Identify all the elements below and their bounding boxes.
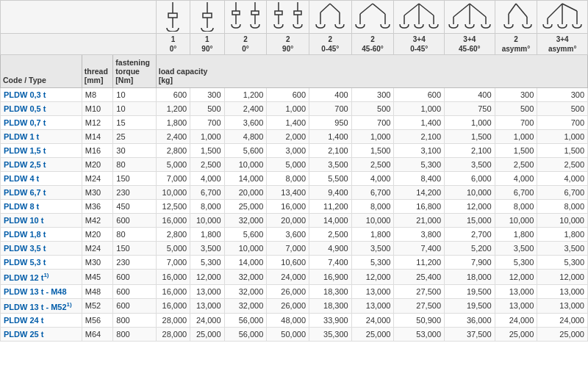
cell-value: 18,000 xyxy=(445,270,495,285)
cell-value: 19,500 xyxy=(445,284,495,298)
cell-value: 950 xyxy=(309,116,352,130)
cell-value: 14,000 xyxy=(224,172,267,186)
cell-value: 300 xyxy=(495,88,537,102)
table-row: PLDW 12 t1)M4560016,00012,00032,00024,00… xyxy=(1,270,588,285)
angle-8: 3+4 45-60° xyxy=(445,34,495,55)
cell-value: 53,000 xyxy=(394,328,445,342)
cell-thread: M42 xyxy=(82,214,113,228)
cell-thread: M45 xyxy=(82,270,113,285)
cell-thread: M20 xyxy=(82,228,113,242)
cell-value: 3,500 xyxy=(190,242,224,256)
cell-value: 1,500 xyxy=(445,130,495,144)
cell-thread: M30 xyxy=(82,256,113,270)
cell-value: 500 xyxy=(495,102,537,116)
cell-value: 3,500 xyxy=(445,158,495,172)
icon-cell-8 xyxy=(445,1,495,34)
cell-value: 19,500 xyxy=(445,298,495,314)
cell-value: 2,800 xyxy=(156,228,190,242)
svg-rect-13 xyxy=(275,11,282,15)
cell-value: 16,800 xyxy=(394,200,445,214)
icon-cell-4 xyxy=(267,1,309,34)
cell-value: 500 xyxy=(537,102,588,116)
cell-value: 2,700 xyxy=(445,228,495,242)
cell-value: 700 xyxy=(351,116,394,130)
cell-value: 2,500 xyxy=(351,158,394,172)
cell-value: 9,400 xyxy=(309,186,352,200)
cell-value: 16,000 xyxy=(156,298,190,314)
cell-thread: M24 xyxy=(82,172,113,186)
cell-code: PLDW 2,5 t xyxy=(1,158,82,172)
cell-value: 10,600 xyxy=(267,256,309,270)
svg-line-38 xyxy=(509,4,516,14)
cell-value: 50,900 xyxy=(394,314,445,328)
cell-value: 5,600 xyxy=(224,144,267,158)
cell-value: 1,500 xyxy=(351,144,394,158)
cell-value: 2,000 xyxy=(267,130,309,144)
cell-value: 700 xyxy=(495,116,537,130)
cell-value: 2,400 xyxy=(156,130,190,144)
cell-value: 8,000 xyxy=(537,200,588,214)
table-row: PLDW 1,8 tM20802,8001,8005,6003,6002,500… xyxy=(1,228,588,242)
cell-value: 2,400 xyxy=(224,102,267,116)
cell-torque: 150 xyxy=(113,172,156,186)
cell-thread: M20 xyxy=(82,158,113,172)
icon-row xyxy=(1,1,588,34)
cell-value: 8,400 xyxy=(394,172,445,186)
cell-thread: M8 xyxy=(82,88,113,102)
cell-value: 12,500 xyxy=(156,200,190,214)
cell-value: 1,500 xyxy=(495,144,537,158)
cell-thread: M24 xyxy=(82,242,113,256)
cell-value: 27,500 xyxy=(394,298,445,314)
table-row: PLDW 2,5 tM20805,0002,50010,0005,0003,50… xyxy=(1,158,588,172)
cell-thread: M64 xyxy=(82,328,113,342)
cell-value: 25,000 xyxy=(495,328,537,342)
cell-value: 3,600 xyxy=(224,116,267,130)
cell-value: 12,000 xyxy=(351,270,394,285)
cell-value: 1,200 xyxy=(224,88,267,102)
svg-line-19 xyxy=(330,4,340,12)
cell-torque: 600 xyxy=(113,214,156,228)
cell-value: 13,000 xyxy=(190,284,224,298)
cell-value: 1,800 xyxy=(495,228,537,242)
cell-value: 12,000 xyxy=(537,270,588,285)
cell-value: 24,000 xyxy=(351,314,394,328)
cell-value: 3,500 xyxy=(537,242,588,256)
table-row: PLDW 0,5 tM10101,2005002,4001,0007005001… xyxy=(1,102,588,116)
cell-value: 700 xyxy=(309,102,352,116)
table-row: PLDW 1 tM14252,4001,0004,8002,0001,4001,… xyxy=(1,130,588,144)
cell-value: 1,800 xyxy=(537,228,588,242)
cell-value: 4,000 xyxy=(495,172,537,186)
cell-value: 10,000 xyxy=(224,242,267,256)
cell-value: 600 xyxy=(267,88,309,102)
svg-line-28 xyxy=(419,4,434,15)
svg-line-18 xyxy=(320,4,330,12)
svg-rect-4 xyxy=(203,13,212,18)
angle-9: 2 asymm° xyxy=(495,34,537,55)
cell-torque: 800 xyxy=(113,328,156,342)
empty-header xyxy=(1,1,157,34)
cell-value: 10,000 xyxy=(537,214,588,228)
cell-torque: 25 xyxy=(113,130,156,144)
cell-value: 1,800 xyxy=(190,228,224,242)
icon-cell-10 xyxy=(537,1,588,34)
cell-value: 26,000 xyxy=(267,284,309,298)
svg-rect-10 xyxy=(251,11,259,15)
cell-value: 5,300 xyxy=(537,256,588,270)
cell-code: PLDW 3,5 t xyxy=(1,242,82,256)
angle-6: 2 45-60° xyxy=(351,34,394,55)
table-row: PLDW 3,5 tM241505,0003,50010,0007,0004,9… xyxy=(1,242,588,256)
col-load: load capacity[kg] xyxy=(156,55,587,88)
cell-value: 1,400 xyxy=(309,130,352,144)
cell-value: 25,000 xyxy=(224,200,267,214)
cell-code: PLDW 1,8 t xyxy=(1,228,82,242)
cell-value: 4,800 xyxy=(224,130,267,144)
icon-cell-9 xyxy=(495,1,537,34)
cell-value: 56,000 xyxy=(224,328,267,342)
cell-value: 2,100 xyxy=(445,144,495,158)
cell-value: 10,000 xyxy=(445,186,495,200)
icon-cell-5 xyxy=(309,1,352,34)
table-row: PLDW 25 tM6480028,00025,00056,00050,0003… xyxy=(1,328,588,342)
cell-value: 1,000 xyxy=(267,102,309,116)
cell-value: 3,500 xyxy=(351,242,394,256)
cell-code: PLDW 6,7 t xyxy=(1,186,82,200)
